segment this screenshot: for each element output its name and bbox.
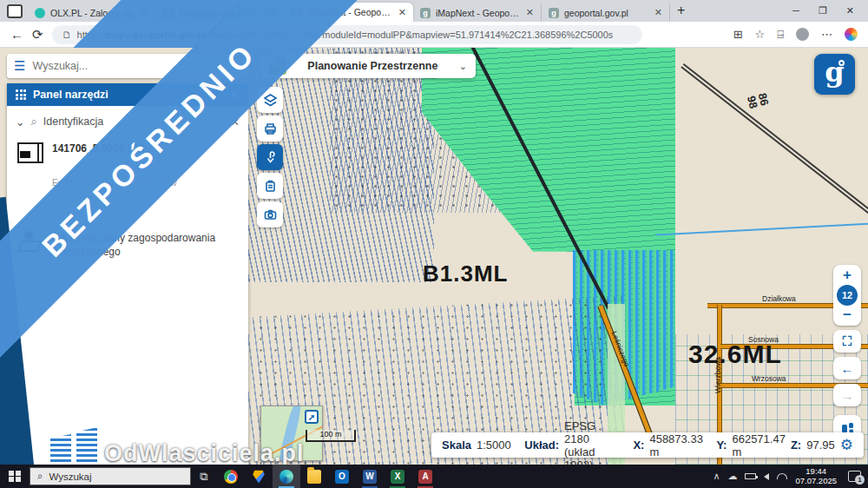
tab-search-icon[interactable] bbox=[7, 4, 23, 18]
history-forward-button[interactable]: → bbox=[833, 384, 861, 406]
access-app-button[interactable]: A bbox=[411, 465, 439, 488]
minimize-button[interactable]: ─ bbox=[792, 5, 799, 16]
address-bar[interactable]: 🗋 https://mapy.geoportal.gov.pl/imapnext… bbox=[52, 25, 642, 44]
plan-label: Miejscowe plany zagospodarowania przestr… bbox=[49, 231, 238, 259]
tab-imapnext-active[interactable]: g iMapNext - Geoportal ✕ bbox=[285, 3, 413, 22]
zoom-out-button[interactable]: − bbox=[833, 308, 861, 322]
maps-app-button[interactable] bbox=[245, 465, 273, 488]
wifi-icon[interactable] bbox=[777, 473, 787, 479]
reload-icon[interactable]: ⟳ bbox=[32, 27, 43, 43]
folder-icon bbox=[307, 470, 321, 484]
back-icon[interactable]: ← bbox=[10, 27, 23, 42]
excel-app-button[interactable]: X bbox=[384, 465, 411, 488]
speaker-icon[interactable] bbox=[764, 473, 769, 480]
outlook-app-button[interactable]: O bbox=[328, 465, 356, 488]
tab-geoportal-home[interactable]: g geoportal.gov.pl ✕ bbox=[542, 3, 670, 22]
favorite-star-icon[interactable]: ☆ bbox=[755, 28, 766, 41]
screenshot-button[interactable] bbox=[257, 201, 283, 228]
search-input[interactable] bbox=[32, 60, 208, 72]
explorer-app-button[interactable] bbox=[300, 465, 328, 488]
scale-label: Skala bbox=[442, 439, 471, 452]
maximize-button[interactable]: ❐ bbox=[819, 5, 827, 16]
z-value: 97.95 bbox=[806, 439, 835, 452]
result-item-parcel[interactable]: 141706_5.0009.513... Ewidencja gruntów i… bbox=[7, 135, 248, 224]
screen: Leśniczego Działkowa Wierzbowa Sosnowa W… bbox=[0, 0, 868, 488]
settings-gear-icon[interactable]: ⚙ bbox=[840, 436, 853, 454]
zone-label-326ml: 32.6ML bbox=[688, 340, 782, 369]
tab-imapnext-2[interactable]: g iMapNext - Geoportal ✕ bbox=[413, 3, 542, 22]
menu-icon[interactable]: ☰ bbox=[14, 58, 25, 74]
address-bar-icons: ⊞ ☆ ⍈ ⋯ bbox=[733, 28, 858, 42]
browser-chrome: OLX.PL - Zaloguj się ✕ g Geoportal.gov.p… bbox=[0, 0, 868, 48]
identify-close-icon[interactable]: ✕ bbox=[231, 115, 240, 129]
edge-icon bbox=[279, 470, 293, 484]
chrome-app-button[interactable] bbox=[217, 465, 245, 488]
identify-button[interactable] bbox=[257, 144, 283, 170]
taskbar-clock[interactable]: 19:44 07.07.2025 bbox=[795, 467, 837, 486]
dots-menu-icon[interactable]: ⋮ bbox=[229, 60, 241, 73]
tools-panel-body: Panel narzędzi ✕ ⌄ ⌕ Identyfikacja ✕ 141… bbox=[7, 83, 248, 482]
word-app-button[interactable]: W bbox=[356, 465, 384, 488]
geoportal-favicon: g bbox=[549, 8, 559, 18]
copilot-icon[interactable] bbox=[845, 28, 858, 41]
task-view-button[interactable]: ⧉ bbox=[191, 470, 217, 484]
more-menu-icon[interactable]: ⋯ bbox=[821, 28, 832, 41]
chevron-down-icon[interactable]: ⌄ bbox=[16, 115, 24, 129]
page-info-icon[interactable]: 🗋 bbox=[62, 30, 72, 40]
notification-center-icon[interactable]: 1 bbox=[848, 471, 861, 482]
new-tab-button[interactable]: + bbox=[677, 3, 685, 18]
history-back-button[interactable]: ← bbox=[833, 357, 861, 379]
tab-geoportal-info[interactable]: g Geoportal.gov.pl – Geoportal Inf ✕ bbox=[156, 3, 285, 22]
window-controls: ─ ❐ ✕ bbox=[792, 5, 868, 22]
map-search-bar[interactable]: ☰ ⌕ ⋮ bbox=[7, 54, 248, 78]
tab-close-icon[interactable]: ✕ bbox=[269, 7, 277, 18]
panel-title: Panel narzędzi bbox=[33, 89, 223, 101]
word-icon: W bbox=[363, 470, 377, 484]
tray-chevron-icon[interactable]: ∧ bbox=[713, 471, 720, 482]
windows-taskbar: ⌕ Wyszukaj ⧉ O W X A ∧ ☁ 19:44 07.07.202… bbox=[0, 465, 868, 488]
tab-close-icon[interactable]: ✕ bbox=[526, 7, 534, 18]
layers-button[interactable] bbox=[257, 87, 283, 113]
result-item-plan[interactable]: Miejscowe plany zagospodarowania przestr… bbox=[7, 224, 248, 266]
battery-icon[interactable] bbox=[745, 473, 756, 479]
tab-close-icon[interactable]: ✕ bbox=[398, 7, 406, 18]
geoportal-favicon: g bbox=[420, 8, 431, 18]
outlook-icon: O bbox=[335, 470, 349, 484]
tools-panel: ☰ ⌕ ⋮ Panel narzędzi ✕ ⌄ ⌕ Identyfikacja… bbox=[7, 54, 248, 482]
fullscreen-button[interactable]: ⛶ bbox=[833, 330, 861, 353]
zone-label-b13ml: B1.3ML bbox=[423, 260, 508, 287]
module-selector[interactable]: Planowanie Przestrzenne ⌄ bbox=[260, 54, 476, 78]
identify-tool-row[interactable]: ⌄ ⌕ Identyfikacja ✕ bbox=[7, 106, 248, 135]
split-screen-icon[interactable]: ⊞ bbox=[733, 28, 743, 41]
edge-app-button[interactable] bbox=[273, 465, 300, 488]
taskbar-search[interactable]: ⌕ Wyszukaj bbox=[30, 467, 191, 485]
tab-close-icon[interactable]: ✕ bbox=[141, 7, 148, 18]
clipboard-button[interactable] bbox=[257, 173, 283, 199]
tab-bar: OLX.PL - Zaloguj się ✕ g Geoportal.gov.p… bbox=[0, 0, 868, 22]
collections-icon[interactable]: ⍈ bbox=[777, 28, 784, 42]
zoom-in-button[interactable]: + bbox=[833, 268, 861, 282]
x-value: 458873.33 m bbox=[649, 432, 702, 458]
close-window-button[interactable]: ✕ bbox=[846, 5, 854, 16]
tab-title: geoportal.gov.pl bbox=[564, 8, 649, 18]
search-icon[interactable]: ⌕ bbox=[216, 59, 222, 73]
minimap-expand-icon[interactable]: ➚ bbox=[305, 410, 319, 424]
system-tray: ∧ ☁ 19:44 07.07.2025 1 bbox=[713, 467, 868, 486]
start-button[interactable] bbox=[0, 471, 30, 483]
z-label: Z: bbox=[791, 439, 801, 452]
magnifier-icon: ⌕ bbox=[30, 115, 36, 129]
panel-close-icon[interactable]: ✕ bbox=[230, 89, 240, 102]
geoportal-logo[interactable]: g bbox=[814, 54, 855, 95]
url-text: https://mapy.geoportal.gov.pl/imapnext/i… bbox=[77, 30, 614, 40]
tab-close-icon[interactable]: ✕ bbox=[654, 7, 662, 18]
taskbar-search-placeholder: Wyszukaj bbox=[49, 472, 91, 482]
tab-olx[interactable]: OLX.PL - Zaloguj się ✕ bbox=[28, 3, 156, 22]
identify-tool-label: Identyfikacja bbox=[43, 115, 103, 128]
module-thumbnail-icon bbox=[269, 57, 286, 75]
x-label: X: bbox=[633, 439, 644, 452]
onedrive-cloud-icon[interactable]: ☁ bbox=[727, 471, 737, 482]
logo-dot bbox=[838, 60, 845, 66]
profile-avatar[interactable] bbox=[796, 28, 809, 41]
layers-icon bbox=[263, 93, 278, 108]
print-button[interactable] bbox=[257, 115, 283, 142]
